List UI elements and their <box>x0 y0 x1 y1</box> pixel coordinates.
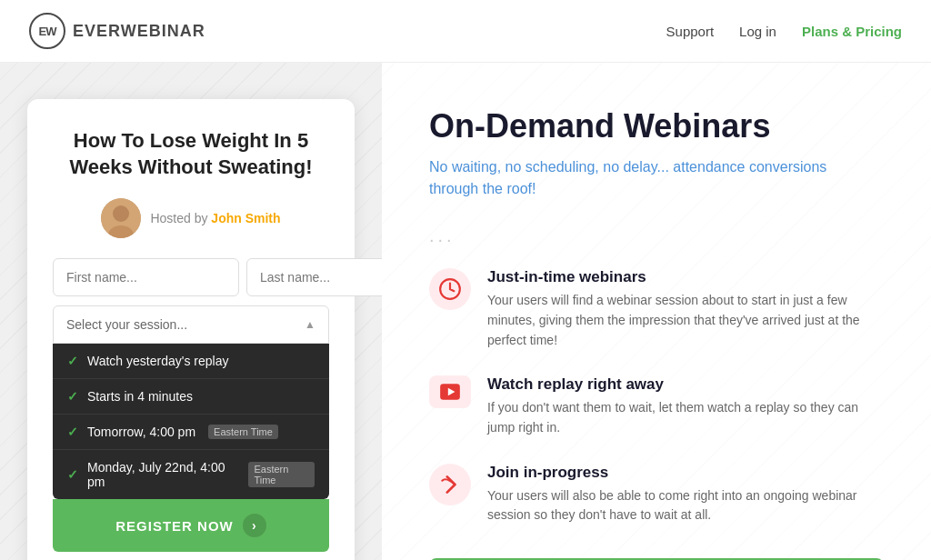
registration-card: How To Lose Weight In 5 Weeks Without Sw… <box>27 99 355 560</box>
session-option-0[interactable]: ✓ Watch yesterday's replay <box>53 344 329 379</box>
host-row: Hosted by John Smith <box>53 198 329 238</box>
session-select[interactable]: Select your session... ▲ <box>53 305 329 344</box>
logo: EW EVERWEBINAR <box>29 13 205 49</box>
first-name-input[interactable] <box>53 258 239 296</box>
name-fields <box>53 258 329 296</box>
session-placeholder: Select your session... <box>66 317 187 332</box>
clock-icon <box>429 268 471 310</box>
session-badge-2: Eastern Time <box>208 425 278 439</box>
feature-title-1: Watch replay right away <box>487 375 869 394</box>
section-title: On-Demand Webinars <box>429 106 884 145</box>
logo-icon: EW <box>29 13 65 49</box>
register-label: REGISTER NOW <box>115 518 234 534</box>
chevron-up-icon: ▲ <box>305 318 315 331</box>
left-panel: How To Lose Weight In 5 Weeks Without Sw… <box>0 63 382 560</box>
session-option-3[interactable]: ✓ Monday, July 22nd, 4:00 pm Eastern Tim… <box>53 450 329 499</box>
feature-content-2: Join in-progress Your users will also be… <box>487 464 869 525</box>
session-option-2[interactable]: ✓ Tomorrow, 4:00 pm Eastern Time <box>53 415 329 450</box>
nav-plans[interactable]: Plans & Pricing <box>802 24 902 39</box>
session-label-0: Watch yesterday's replay <box>87 354 228 368</box>
svg-point-1 <box>113 205 129 222</box>
feature-0: Just-in-time webinars Your users will fi… <box>429 268 884 350</box>
play-icon <box>429 375 471 408</box>
right-panel: On-Demand Webinars No waiting, no schedu… <box>382 63 931 560</box>
feature-content-0: Just-in-time webinars Your users will fi… <box>487 268 869 350</box>
session-badge-3: Eastern Time <box>248 462 315 487</box>
dots-divider: ... <box>429 225 884 246</box>
avatar <box>101 198 141 238</box>
session-label-3: Monday, July 22nd, 4:00 pm <box>87 460 235 489</box>
session-dropdown: ✓ Watch yesterday's replay ✓ Starts in 4… <box>53 344 329 499</box>
check-icon-1: ✓ <box>67 389 78 404</box>
check-icon-2: ✓ <box>67 425 78 439</box>
section-subtitle: No waiting, no scheduling, no delay... a… <box>429 156 866 200</box>
nav-support[interactable]: Support <box>666 24 715 39</box>
feature-desc-2: Your users will also be able to come rig… <box>487 486 869 525</box>
register-button[interactable]: REGISTER NOW › <box>53 499 329 552</box>
header: EW EVERWEBINAR Support Log in Plans & Pr… <box>0 0 931 63</box>
feature-content-1: Watch replay right away If you don't wan… <box>487 375 869 437</box>
arrow-right-icon: › <box>243 514 266 537</box>
check-icon-3: ✓ <box>67 467 78 482</box>
card-title: How To Lose Weight In 5 Weeks Without Sw… <box>53 128 329 180</box>
session-select-row: Select your session... ▲ ✓ Watch yesterd… <box>53 305 329 552</box>
check-icon-0: ✓ <box>67 354 78 368</box>
nav-login[interactable]: Log in <box>739 24 776 39</box>
nav: Support Log in Plans & Pricing <box>666 24 902 39</box>
feature-title-0: Just-in-time webinars <box>487 268 869 286</box>
feature-title-2: Join in-progress <box>487 464 869 482</box>
feature-desc-0: Your users will find a webinar session a… <box>487 291 869 350</box>
feature-1: Watch replay right away If you don't wan… <box>429 375 884 437</box>
logo-text: EVERWEBINAR <box>73 22 205 41</box>
session-label-1: Starts in 4 minutes <box>87 389 193 404</box>
feature-desc-1: If you don't want them to wait, let them… <box>487 398 869 437</box>
host-text: Hosted by John Smith <box>150 211 280 225</box>
feature-2: Join in-progress Your users will also be… <box>429 464 884 525</box>
main-layout: How To Lose Weight In 5 Weeks Without Sw… <box>0 63 931 560</box>
session-option-1[interactable]: ✓ Starts in 4 minutes <box>53 379 329 415</box>
arrow-icon <box>429 464 471 505</box>
session-label-2: Tomorrow, 4:00 pm <box>87 425 195 439</box>
host-name: John Smith <box>211 211 280 225</box>
